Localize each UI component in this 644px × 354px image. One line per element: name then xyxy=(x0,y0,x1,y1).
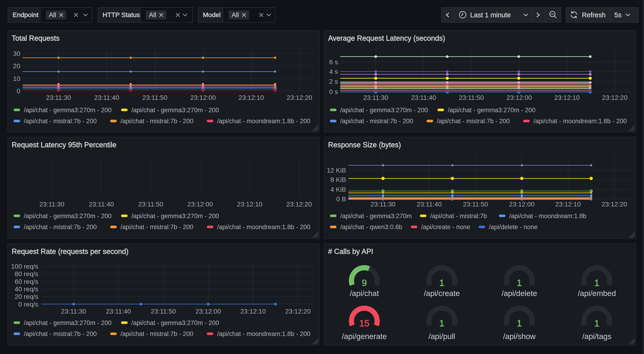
svg-text:/api/chat - gemma3:270m - 200: /api/chat - gemma3:270m - 200 xyxy=(131,107,219,114)
svg-text:/api/chat - mistral:7b - 200: /api/chat - mistral:7b - 200 xyxy=(24,118,97,125)
svg-text:/api/tags: /api/tags xyxy=(582,332,612,341)
svg-text:12 KiB: 12 KiB xyxy=(327,167,346,174)
svg-text:20: 20 xyxy=(13,63,20,70)
svg-text:/api/chat - gemma3:270m - 200: /api/chat - gemma3:270m - 200 xyxy=(131,213,219,220)
svg-text:Total Requests: Total Requests xyxy=(12,34,60,42)
svg-text:/api/chat - moondream:1.8b - 2: /api/chat - moondream:1.8b - 200 xyxy=(217,223,310,231)
svg-text:10: 10 xyxy=(13,75,20,82)
svg-text:23:12:00: 23:12:00 xyxy=(506,94,532,101)
svg-text:23:12:10: 23:12:10 xyxy=(554,94,580,101)
svg-text:/api/chat - gemma3:270m - 200: /api/chat - gemma3:270m - 200 xyxy=(24,107,112,114)
svg-text:23:11:30: 23:11:30 xyxy=(61,308,86,315)
svg-text:23:11:30: 23:11:30 xyxy=(46,94,71,101)
svg-text:60 req/s: 60 req/s xyxy=(15,278,38,285)
svg-text:20 req/s: 20 req/s xyxy=(15,293,38,300)
svg-text:1: 1 xyxy=(439,278,444,288)
svg-text:/api/chat - mistral:7b - 200: /api/chat - mistral:7b - 200 xyxy=(437,118,510,125)
svg-text:/api/create - none: /api/create - none xyxy=(421,223,470,231)
svg-text:40 req/s: 40 req/s xyxy=(15,285,38,293)
svg-text:23:11:40: 23:11:40 xyxy=(417,201,442,208)
svg-text:/api/pull: /api/pull xyxy=(428,332,455,341)
svg-text:23:12:10: 23:12:10 xyxy=(556,201,581,208)
svg-text:/api/chat - moondream:1.8b - 2: /api/chat - moondream:1.8b - 200 xyxy=(534,118,627,125)
svg-text:23:12:20: 23:12:20 xyxy=(286,201,312,208)
svg-text:/api/chat - mistral:7b - 200: /api/chat - mistral:7b - 200 xyxy=(120,223,194,231)
svg-text:/api/chat - mistral:7b - 200: /api/chat - mistral:7b - 200 xyxy=(120,118,194,125)
svg-text:100 req/s: 100 req/s xyxy=(11,263,38,270)
svg-text:Request Rate (requests per sec: Request Rate (requests per second) xyxy=(12,247,128,256)
svg-text:23:11:40: 23:11:40 xyxy=(411,94,436,101)
svg-text:23:11:30: 23:11:30 xyxy=(40,201,64,208)
svg-text:/api/chat - mistral:7b - 200: /api/chat - mistral:7b - 200 xyxy=(24,330,97,337)
svg-text:23:11:30: 23:11:30 xyxy=(363,94,388,101)
svg-text:/api/chat - mistral:7b - 200: /api/chat - mistral:7b - 200 xyxy=(120,330,194,337)
svg-text:23:11:30: 23:11:30 xyxy=(370,201,396,208)
svg-text:/api/chat - gemma3:270m - 200: /api/chat - gemma3:270m - 200 xyxy=(340,107,428,114)
svg-text:23:12:20: 23:12:20 xyxy=(602,201,627,208)
svg-text:/api/generate: /api/generate xyxy=(342,332,387,341)
svg-text:2 s: 2 s xyxy=(329,78,338,85)
svg-text:23:12:00: 23:12:00 xyxy=(196,308,221,315)
svg-text:23:12:20: 23:12:20 xyxy=(285,308,311,315)
svg-text:/api/chat - gemma3:270m - 200: /api/chat - gemma3:270m - 200 xyxy=(131,319,219,326)
svg-text:0 B: 0 B xyxy=(336,195,346,203)
svg-text:6 s: 6 s xyxy=(329,59,338,66)
svg-text:/api/chat - gemma3:270m - 200: /api/chat - gemma3:270m - 200 xyxy=(448,107,535,114)
svg-text:9: 9 xyxy=(362,278,367,288)
svg-text:23:11:40: 23:11:40 xyxy=(89,201,114,208)
svg-text:/api/create: /api/create xyxy=(424,289,460,298)
svg-text:/api/chat - mistral:7b: /api/chat - mistral:7b xyxy=(430,213,487,220)
svg-text:Average Request Latency (secon: Average Request Latency (seconds) xyxy=(328,34,445,42)
svg-text:/api/show: /api/show xyxy=(503,332,536,341)
svg-text:/api/chat - moondream:1.8b - 2: /api/chat - moondream:1.8b - 200 xyxy=(217,118,310,125)
svg-text:# Calls by API: # Calls by API xyxy=(328,247,373,256)
svg-text:/api/chat - mistral:7b - 200: /api/chat - mistral:7b - 200 xyxy=(340,118,413,125)
svg-text:1: 1 xyxy=(594,318,599,328)
svg-text:80 req/s: 80 req/s xyxy=(15,270,38,277)
svg-text:4 s: 4 s xyxy=(329,68,338,75)
svg-text:23:12:20: 23:12:20 xyxy=(602,94,628,101)
svg-text:0: 0 xyxy=(16,88,20,95)
svg-text:1: 1 xyxy=(517,318,522,328)
svg-text:/api/chat: /api/chat xyxy=(350,289,379,298)
svg-text:23:11:50: 23:11:50 xyxy=(138,201,163,208)
svg-text:/api/chat - gemma3:270m: /api/chat - gemma3:270m xyxy=(340,213,412,220)
svg-text:Response Size (bytes): Response Size (bytes) xyxy=(328,141,401,149)
svg-text:23:12:10: 23:12:10 xyxy=(237,201,262,208)
svg-text:23:11:50: 23:11:50 xyxy=(151,308,176,315)
svg-text:23:11:50: 23:11:50 xyxy=(459,94,484,101)
svg-text:23:11:50: 23:11:50 xyxy=(463,201,488,208)
svg-text:/api/chat - moondream:1.8b - 2: /api/chat - moondream:1.8b - 200 xyxy=(217,330,310,337)
svg-text:/api/chat - mistral:7b - 200: /api/chat - mistral:7b - 200 xyxy=(24,223,97,231)
svg-text:Request Latency 95th Percentil: Request Latency 95th Percentile xyxy=(12,141,116,149)
svg-text:/api/delete - none: /api/delete - none xyxy=(489,223,538,231)
svg-text:30: 30 xyxy=(13,50,20,57)
svg-text:4 KiB: 4 KiB xyxy=(330,186,346,193)
svg-text:/api/chat - qwen3:0.6b: /api/chat - qwen3:0.6b xyxy=(340,223,402,231)
svg-text:23:11:40: 23:11:40 xyxy=(94,94,119,101)
svg-text:/api/delete: /api/delete xyxy=(502,289,537,298)
svg-text:23:11:50: 23:11:50 xyxy=(142,94,167,101)
svg-text:23:12:10: 23:12:10 xyxy=(240,308,266,315)
svg-text:0 s: 0 s xyxy=(329,88,338,95)
svg-text:/api/chat - gemma3:270m - 200: /api/chat - gemma3:270m - 200 xyxy=(24,213,112,220)
svg-text:0 req/s: 0 req/s xyxy=(18,301,38,308)
svg-text:/api/embed: /api/embed xyxy=(578,289,616,298)
svg-text:/api/chat - gemma3:270m - 200: /api/chat - gemma3:270m - 200 xyxy=(24,319,112,326)
svg-text:23:12:00: 23:12:00 xyxy=(509,201,535,208)
svg-text:23:12:00: 23:12:00 xyxy=(188,201,213,208)
svg-text:23:12:10: 23:12:10 xyxy=(238,94,264,101)
svg-text:1: 1 xyxy=(594,278,599,288)
svg-text:1: 1 xyxy=(517,278,522,288)
svg-text:23:12:00: 23:12:00 xyxy=(190,94,216,101)
svg-text:/api/chat - moondream:1.8b: /api/chat - moondream:1.8b xyxy=(509,213,586,220)
svg-text:23:12:20: 23:12:20 xyxy=(287,94,312,101)
svg-text:1: 1 xyxy=(439,318,444,328)
svg-text:8 KiB: 8 KiB xyxy=(330,176,346,183)
svg-text:23:11:40: 23:11:40 xyxy=(106,308,131,315)
svg-text:15: 15 xyxy=(359,318,369,328)
